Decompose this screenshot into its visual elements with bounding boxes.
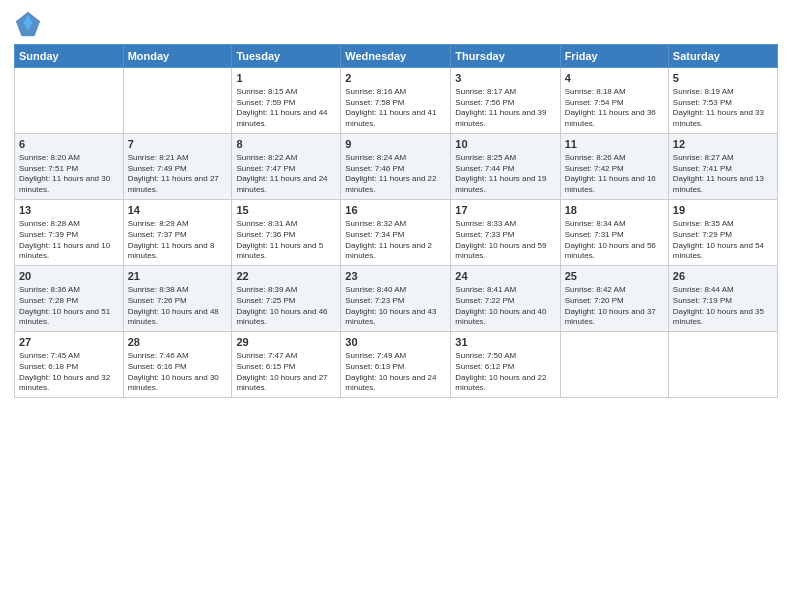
- day-info: Sunrise: 8:34 AM Sunset: 7:31 PM Dayligh…: [565, 219, 664, 262]
- week-row-2: 6Sunrise: 8:20 AM Sunset: 7:51 PM Daylig…: [15, 134, 778, 200]
- day-info: Sunrise: 8:39 AM Sunset: 7:25 PM Dayligh…: [236, 285, 336, 328]
- weekday-header-monday: Monday: [123, 45, 232, 68]
- day-number: 22: [236, 269, 336, 284]
- day-number: 6: [19, 137, 119, 152]
- day-info: Sunrise: 8:18 AM Sunset: 7:54 PM Dayligh…: [565, 87, 664, 130]
- calendar-cell: 23Sunrise: 8:40 AM Sunset: 7:23 PM Dayli…: [341, 266, 451, 332]
- calendar-cell: 20Sunrise: 8:36 AM Sunset: 7:28 PM Dayli…: [15, 266, 124, 332]
- day-number: 20: [19, 269, 119, 284]
- logo: [14, 10, 46, 38]
- day-info: Sunrise: 7:46 AM Sunset: 6:16 PM Dayligh…: [128, 351, 228, 394]
- calendar-cell: 6Sunrise: 8:20 AM Sunset: 7:51 PM Daylig…: [15, 134, 124, 200]
- day-info: Sunrise: 8:41 AM Sunset: 7:22 PM Dayligh…: [455, 285, 555, 328]
- day-number: 5: [673, 71, 773, 86]
- day-info: Sunrise: 8:24 AM Sunset: 7:46 PM Dayligh…: [345, 153, 446, 196]
- day-number: 7: [128, 137, 228, 152]
- day-number: 9: [345, 137, 446, 152]
- day-number: 12: [673, 137, 773, 152]
- calendar-cell: [123, 68, 232, 134]
- calendar-cell: 22Sunrise: 8:39 AM Sunset: 7:25 PM Dayli…: [232, 266, 341, 332]
- day-info: Sunrise: 7:50 AM Sunset: 6:12 PM Dayligh…: [455, 351, 555, 394]
- week-row-1: 1Sunrise: 8:15 AM Sunset: 7:59 PM Daylig…: [15, 68, 778, 134]
- day-info: Sunrise: 8:35 AM Sunset: 7:29 PM Dayligh…: [673, 219, 773, 262]
- calendar-cell: 1Sunrise: 8:15 AM Sunset: 7:59 PM Daylig…: [232, 68, 341, 134]
- day-number: 17: [455, 203, 555, 218]
- day-number: 8: [236, 137, 336, 152]
- day-info: Sunrise: 8:25 AM Sunset: 7:44 PM Dayligh…: [455, 153, 555, 196]
- day-number: 31: [455, 335, 555, 350]
- day-info: Sunrise: 8:20 AM Sunset: 7:51 PM Dayligh…: [19, 153, 119, 196]
- day-number: 25: [565, 269, 664, 284]
- week-row-4: 20Sunrise: 8:36 AM Sunset: 7:28 PM Dayli…: [15, 266, 778, 332]
- day-number: 16: [345, 203, 446, 218]
- week-row-5: 27Sunrise: 7:45 AM Sunset: 6:18 PM Dayli…: [15, 332, 778, 398]
- day-info: Sunrise: 8:31 AM Sunset: 7:36 PM Dayligh…: [236, 219, 336, 262]
- calendar-cell: 11Sunrise: 8:26 AM Sunset: 7:42 PM Dayli…: [560, 134, 668, 200]
- calendar-cell: [560, 332, 668, 398]
- day-number: 28: [128, 335, 228, 350]
- calendar-cell: 15Sunrise: 8:31 AM Sunset: 7:36 PM Dayli…: [232, 200, 341, 266]
- week-row-3: 13Sunrise: 8:28 AM Sunset: 7:39 PM Dayli…: [15, 200, 778, 266]
- calendar-cell: 31Sunrise: 7:50 AM Sunset: 6:12 PM Dayli…: [451, 332, 560, 398]
- calendar-cell: 19Sunrise: 8:35 AM Sunset: 7:29 PM Dayli…: [668, 200, 777, 266]
- day-number: 13: [19, 203, 119, 218]
- weekday-header-sunday: Sunday: [15, 45, 124, 68]
- calendar-table: SundayMondayTuesdayWednesdayThursdayFrid…: [14, 44, 778, 398]
- day-info: Sunrise: 8:22 AM Sunset: 7:47 PM Dayligh…: [236, 153, 336, 196]
- calendar-cell: 18Sunrise: 8:34 AM Sunset: 7:31 PM Dayli…: [560, 200, 668, 266]
- day-number: 10: [455, 137, 555, 152]
- day-info: Sunrise: 8:15 AM Sunset: 7:59 PM Dayligh…: [236, 87, 336, 130]
- calendar-cell: 13Sunrise: 8:28 AM Sunset: 7:39 PM Dayli…: [15, 200, 124, 266]
- day-number: 24: [455, 269, 555, 284]
- day-info: Sunrise: 8:36 AM Sunset: 7:28 PM Dayligh…: [19, 285, 119, 328]
- day-info: Sunrise: 8:27 AM Sunset: 7:41 PM Dayligh…: [673, 153, 773, 196]
- day-number: 23: [345, 269, 446, 284]
- calendar-cell: 10Sunrise: 8:25 AM Sunset: 7:44 PM Dayli…: [451, 134, 560, 200]
- day-info: Sunrise: 8:32 AM Sunset: 7:34 PM Dayligh…: [345, 219, 446, 262]
- weekday-header-wednesday: Wednesday: [341, 45, 451, 68]
- calendar-cell: 25Sunrise: 8:42 AM Sunset: 7:20 PM Dayli…: [560, 266, 668, 332]
- calendar-cell: 4Sunrise: 8:18 AM Sunset: 7:54 PM Daylig…: [560, 68, 668, 134]
- day-info: Sunrise: 8:40 AM Sunset: 7:23 PM Dayligh…: [345, 285, 446, 328]
- day-info: Sunrise: 8:42 AM Sunset: 7:20 PM Dayligh…: [565, 285, 664, 328]
- day-info: Sunrise: 8:26 AM Sunset: 7:42 PM Dayligh…: [565, 153, 664, 196]
- calendar-cell: 16Sunrise: 8:32 AM Sunset: 7:34 PM Dayli…: [341, 200, 451, 266]
- calendar-cell: 12Sunrise: 8:27 AM Sunset: 7:41 PM Dayli…: [668, 134, 777, 200]
- calendar-cell: 26Sunrise: 8:44 AM Sunset: 7:19 PM Dayli…: [668, 266, 777, 332]
- day-info: Sunrise: 8:21 AM Sunset: 7:49 PM Dayligh…: [128, 153, 228, 196]
- calendar-cell: 27Sunrise: 7:45 AM Sunset: 6:18 PM Dayli…: [15, 332, 124, 398]
- day-info: Sunrise: 8:17 AM Sunset: 7:56 PM Dayligh…: [455, 87, 555, 130]
- day-info: Sunrise: 8:29 AM Sunset: 7:37 PM Dayligh…: [128, 219, 228, 262]
- calendar-cell: 28Sunrise: 7:46 AM Sunset: 6:16 PM Dayli…: [123, 332, 232, 398]
- calendar-cell: 24Sunrise: 8:41 AM Sunset: 7:22 PM Dayli…: [451, 266, 560, 332]
- calendar-cell: 17Sunrise: 8:33 AM Sunset: 7:33 PM Dayli…: [451, 200, 560, 266]
- day-info: Sunrise: 8:28 AM Sunset: 7:39 PM Dayligh…: [19, 219, 119, 262]
- calendar-cell: 7Sunrise: 8:21 AM Sunset: 7:49 PM Daylig…: [123, 134, 232, 200]
- day-info: Sunrise: 8:44 AM Sunset: 7:19 PM Dayligh…: [673, 285, 773, 328]
- day-info: Sunrise: 8:38 AM Sunset: 7:26 PM Dayligh…: [128, 285, 228, 328]
- day-number: 18: [565, 203, 664, 218]
- calendar-cell: 5Sunrise: 8:19 AM Sunset: 7:53 PM Daylig…: [668, 68, 777, 134]
- calendar-cell: 29Sunrise: 7:47 AM Sunset: 6:15 PM Dayli…: [232, 332, 341, 398]
- weekday-header-tuesday: Tuesday: [232, 45, 341, 68]
- day-number: 15: [236, 203, 336, 218]
- page: SundayMondayTuesdayWednesdayThursdayFrid…: [0, 0, 792, 612]
- day-number: 2: [345, 71, 446, 86]
- day-number: 14: [128, 203, 228, 218]
- day-info: Sunrise: 7:47 AM Sunset: 6:15 PM Dayligh…: [236, 351, 336, 394]
- day-info: Sunrise: 7:45 AM Sunset: 6:18 PM Dayligh…: [19, 351, 119, 394]
- weekday-header-thursday: Thursday: [451, 45, 560, 68]
- calendar-cell: 2Sunrise: 8:16 AM Sunset: 7:58 PM Daylig…: [341, 68, 451, 134]
- header: [14, 10, 778, 38]
- weekday-header-row: SundayMondayTuesdayWednesdayThursdayFrid…: [15, 45, 778, 68]
- calendar-cell: 8Sunrise: 8:22 AM Sunset: 7:47 PM Daylig…: [232, 134, 341, 200]
- calendar-cell: [15, 68, 124, 134]
- day-info: Sunrise: 8:33 AM Sunset: 7:33 PM Dayligh…: [455, 219, 555, 262]
- day-number: 21: [128, 269, 228, 284]
- day-info: Sunrise: 8:19 AM Sunset: 7:53 PM Dayligh…: [673, 87, 773, 130]
- calendar-cell: 30Sunrise: 7:49 AM Sunset: 6:13 PM Dayli…: [341, 332, 451, 398]
- calendar-cell: 21Sunrise: 8:38 AM Sunset: 7:26 PM Dayli…: [123, 266, 232, 332]
- day-number: 27: [19, 335, 119, 350]
- day-number: 30: [345, 335, 446, 350]
- day-number: 1: [236, 71, 336, 86]
